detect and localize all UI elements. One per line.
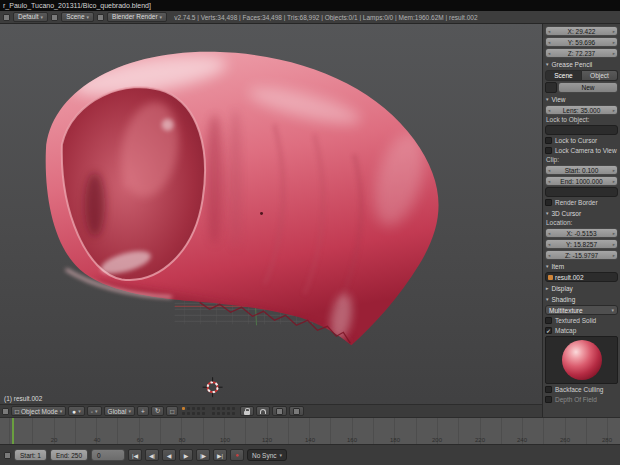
increment-arrow-icon[interactable]: ▸ bbox=[613, 179, 615, 184]
render-opengl-anim-button[interactable] bbox=[289, 406, 304, 416]
decrement-arrow-icon[interactable]: ◂ bbox=[548, 40, 550, 45]
decrement-arrow-icon[interactable]: ◂ bbox=[548, 168, 550, 173]
checkbox-unchecked-icon[interactable] bbox=[545, 147, 552, 154]
decrement-arrow-icon[interactable]: ◂ bbox=[548, 108, 550, 113]
add-layout-icon[interactable] bbox=[51, 14, 58, 21]
frame-tick: 260 bbox=[556, 437, 574, 443]
matcap-row[interactable]: ✓ Matcap bbox=[545, 326, 618, 335]
textured-solid-row[interactable]: Textured Solid bbox=[545, 316, 618, 325]
decrement-arrow-icon[interactable]: ◂ bbox=[548, 231, 550, 236]
decrement-arrow-icon[interactable]: ◂ bbox=[548, 179, 550, 184]
translate-manipulator-button[interactable]: + bbox=[137, 406, 149, 416]
panel-header-3d-cursor[interactable]: ▼ 3D Cursor bbox=[545, 209, 618, 218]
lock-to-cursor-row[interactable]: Lock to Cursor bbox=[545, 136, 618, 145]
panel-header-shading[interactable]: ▼ Shading bbox=[545, 295, 618, 304]
checkbox-unchecked-icon[interactable] bbox=[545, 137, 552, 144]
checkbox-unchecked-icon[interactable] bbox=[545, 396, 552, 403]
panel-header-item[interactable]: ▼ Item bbox=[545, 262, 618, 271]
layers-grid-2[interactable] bbox=[212, 407, 236, 416]
cursor-y-field[interactable]: ◂ Y: 15.8257 ▸ bbox=[545, 239, 618, 249]
lens-field[interactable]: ◂ Lens: 35.000 ▸ bbox=[545, 105, 618, 115]
frame-end-field[interactable]: End: 250 bbox=[50, 449, 88, 461]
decrement-arrow-icon[interactable]: ◂ bbox=[548, 51, 550, 56]
cursor-z-field[interactable]: ◂ Z: -15.9797 ▸ bbox=[545, 250, 618, 260]
viewport-canvas[interactable] bbox=[0, 24, 542, 417]
render-opengl-button[interactable] bbox=[272, 406, 287, 416]
depth-of-field-row[interactable]: Depth Of Field bbox=[545, 395, 618, 404]
frame-start-field[interactable]: Start: 1 bbox=[14, 449, 47, 461]
pivot-point-dropdown[interactable]: ◦ ▾ bbox=[87, 406, 102, 416]
record-button[interactable]: ● bbox=[230, 449, 244, 461]
lock-to-object-field[interactable] bbox=[545, 125, 618, 135]
new-button[interactable]: New bbox=[558, 82, 618, 93]
checkbox-unchecked-icon[interactable] bbox=[545, 317, 552, 324]
render-engine-dropdown[interactable]: Blender Render ▾ bbox=[107, 12, 167, 22]
checkbox-unchecked-icon[interactable] bbox=[545, 386, 552, 393]
orientation-dropdown[interactable]: Global ▾ bbox=[104, 406, 135, 416]
timeline-area[interactable]: 20 40 60 80 100 120 140 160 180 200 220 … bbox=[0, 417, 620, 444]
layers-grid[interactable] bbox=[182, 407, 206, 416]
clip-start-field[interactable]: ◂ Start: 0.100 ▸ bbox=[545, 165, 618, 175]
increment-arrow-icon[interactable]: ▸ bbox=[613, 231, 615, 236]
jump-to-start-button[interactable]: |◀ bbox=[128, 449, 142, 461]
decrement-arrow-icon[interactable]: ◂ bbox=[548, 242, 550, 247]
rotate-manipulator-button[interactable]: ↻ bbox=[151, 406, 164, 416]
beak-object[interactable] bbox=[46, 48, 439, 345]
checkbox-checked-icon[interactable]: ✓ bbox=[545, 327, 552, 334]
editor-type-icon[interactable] bbox=[2, 408, 9, 415]
main-area: (1) result.002 □ Object Mode ▾ ● ▾ ◦ ▾ bbox=[0, 24, 620, 417]
timeline-editor-icon[interactable] bbox=[4, 452, 11, 459]
panel-header-view[interactable]: ▼ View bbox=[545, 95, 618, 104]
mode-dropdown[interactable]: □ Object Mode ▾ bbox=[11, 406, 66, 416]
increment-arrow-icon[interactable]: ▸ bbox=[613, 253, 615, 258]
panel-header-grease-pencil[interactable]: ▼ Grease Pencil bbox=[545, 60, 618, 69]
sync-dropdown[interactable]: No Sync ▾ bbox=[247, 449, 287, 461]
transform-y-field[interactable]: ◂ Y: 59.696 ▸ bbox=[545, 37, 618, 47]
clip-end-field[interactable]: ◂ End: 1000.000 ▸ bbox=[545, 176, 618, 186]
increment-arrow-icon[interactable]: ▸ bbox=[613, 242, 615, 247]
tab-scene[interactable]: Scene bbox=[545, 70, 582, 81]
collapse-triangle-icon: ▼ bbox=[545, 211, 549, 216]
lock-camera-row[interactable]: Lock Camera to View bbox=[545, 146, 618, 155]
lock-button[interactable] bbox=[240, 406, 254, 416]
3d-cursor[interactable] bbox=[203, 377, 223, 397]
transform-z-field[interactable]: ◂ Z: 72.237 ▸ bbox=[545, 48, 618, 58]
viewport-3d[interactable]: (1) result.002 □ Object Mode ▾ ● ▾ ◦ ▾ bbox=[0, 24, 542, 417]
scene-dropdown[interactable]: Scene ▾ bbox=[61, 12, 94, 22]
sync-mode-label: No Sync bbox=[252, 452, 277, 459]
jump-to-end-button[interactable]: ▶| bbox=[213, 449, 227, 461]
screen-layout-dropdown[interactable]: Default ▾ bbox=[13, 12, 48, 22]
object-name-field[interactable]: result.002 bbox=[545, 272, 618, 282]
snap-button[interactable] bbox=[256, 406, 270, 416]
cursor-x-field[interactable]: ◂ X: -0.5153 ▸ bbox=[545, 228, 618, 238]
checkbox-unchecked-icon[interactable] bbox=[545, 199, 552, 206]
chevron-down-icon: ▾ bbox=[95, 408, 98, 414]
increment-arrow-icon[interactable]: ▸ bbox=[613, 29, 615, 34]
current-frame-field[interactable]: 0 bbox=[91, 449, 125, 461]
matcap-preview[interactable] bbox=[545, 336, 618, 384]
decrement-arrow-icon[interactable]: ◂ bbox=[548, 29, 550, 34]
local-camera-field[interactable] bbox=[545, 187, 618, 197]
decrement-arrow-icon[interactable]: ◂ bbox=[548, 253, 550, 258]
transform-x-field[interactable]: ◂ X: 29.422 ▸ bbox=[545, 26, 618, 36]
increment-arrow-icon[interactable]: ▸ bbox=[613, 51, 615, 56]
render-border-row[interactable]: Render Border bbox=[545, 198, 618, 207]
play-reverse-button[interactable]: ◀ bbox=[162, 449, 176, 461]
chevron-down-icon: ▾ bbox=[78, 408, 81, 414]
increment-arrow-icon[interactable]: ▸ bbox=[613, 108, 615, 113]
backface-culling-row[interactable]: Backface Culling bbox=[545, 385, 618, 394]
current-frame-line[interactable] bbox=[12, 418, 14, 444]
shading-mode-dropdown[interactable]: Multitexture ▾ bbox=[545, 305, 618, 315]
panel-header-display[interactable]: ► Display bbox=[545, 284, 618, 293]
play-button[interactable]: ▶ bbox=[179, 449, 193, 461]
editor-type-icon[interactable] bbox=[3, 14, 10, 21]
add-scene-icon[interactable] bbox=[97, 14, 104, 21]
increment-arrow-icon[interactable]: ▸ bbox=[613, 168, 615, 173]
next-keyframe-button[interactable]: |▶ bbox=[196, 449, 210, 461]
increment-arrow-icon[interactable]: ▸ bbox=[613, 40, 615, 45]
scale-manipulator-button[interactable]: □ bbox=[166, 406, 178, 416]
tab-object[interactable]: Object bbox=[582, 70, 618, 81]
browse-datablock-button[interactable] bbox=[545, 82, 557, 93]
viewport-shading-dropdown[interactable]: ● ▾ bbox=[68, 406, 84, 416]
previous-keyframe-button[interactable]: ◀| bbox=[145, 449, 159, 461]
